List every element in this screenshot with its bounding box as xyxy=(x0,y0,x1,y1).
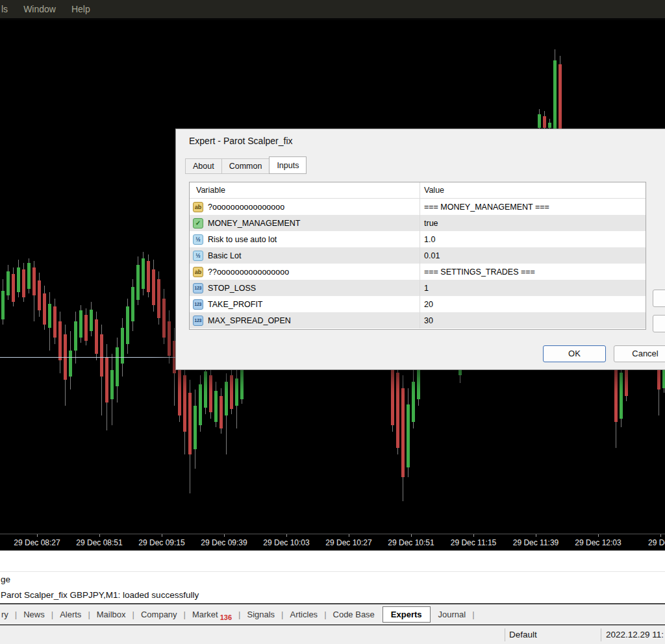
candle xyxy=(543,116,546,128)
table-row[interactable]: ½Risk to use auto lot1.0 xyxy=(190,231,646,247)
table-row[interactable]: 123TAKE_PROFIT20 xyxy=(190,296,646,312)
table-row[interactable]: ✓MONEY_MANAGEMENTtrue xyxy=(190,215,646,231)
tab-separator: | xyxy=(15,610,17,619)
toolbox-tab-signals[interactable]: Signals xyxy=(241,607,281,622)
save-button-partial[interactable] xyxy=(653,315,665,332)
time-axis-label: 29 Dec 09:39 xyxy=(201,538,247,547)
candle xyxy=(84,315,88,341)
candle xyxy=(230,375,233,409)
value-cell[interactable]: 1.0 xyxy=(420,235,646,244)
candle xyxy=(225,382,228,415)
load-button-partial[interactable] xyxy=(653,290,665,307)
toolbox-tab-label: Market xyxy=(192,610,218,619)
value-cell[interactable]: true xyxy=(420,219,646,228)
menu-item[interactable]: Window xyxy=(23,4,56,14)
value-cell[interactable]: === MONEY_MANAGEMENT === xyxy=(420,203,646,212)
candle xyxy=(183,375,186,432)
candle xyxy=(121,328,124,364)
candle xyxy=(100,334,103,377)
candle xyxy=(58,321,62,360)
menu-item[interactable]: Help xyxy=(71,4,90,14)
table-row[interactable]: ½Basic Lot0.01 xyxy=(190,247,646,264)
toolbox-tab-ry[interactable]: ry xyxy=(0,607,14,622)
table-header-row: Variable Value xyxy=(190,182,646,199)
toolbox-tab-bar: ry|News|Alerts|Mailbox|Company|Market136… xyxy=(0,604,665,625)
time-axis-tick xyxy=(598,534,599,537)
toolbox-tab-news[interactable]: News xyxy=(18,607,51,622)
time-axis-label: 29 Dec xyxy=(648,538,665,547)
ok-button[interactable]: OK xyxy=(543,345,606,362)
tab-separator: | xyxy=(238,610,240,619)
candle xyxy=(157,279,160,318)
profile-selector[interactable]: Default xyxy=(509,630,537,639)
toolbox-tab-articles[interactable]: Articles xyxy=(284,607,324,622)
toolbox-tab-mailbox[interactable]: Mailbox xyxy=(91,607,132,622)
column-header-variable[interactable]: Variable xyxy=(190,182,420,198)
candle xyxy=(43,293,46,325)
candle xyxy=(162,299,166,338)
toolbox-tab-company[interactable]: Company xyxy=(135,607,183,622)
toolbox-tab-label: Articles xyxy=(290,610,318,619)
time-axis-tick xyxy=(660,534,661,537)
table-row[interactable]: 123MAX_SPREAD_OPEN30 xyxy=(190,312,646,328)
table-row[interactable]: 123STOP_LOSS1 xyxy=(190,280,646,296)
candle xyxy=(110,370,114,399)
time-axis-label: 29 Dec 10:51 xyxy=(388,538,434,547)
candle xyxy=(142,258,145,289)
column-header-value[interactable]: Value xyxy=(420,186,646,195)
candle xyxy=(53,306,56,338)
candle xyxy=(401,388,405,477)
candle xyxy=(391,366,394,425)
candle xyxy=(95,319,98,354)
toolbox-tab-label: Signals xyxy=(247,610,275,619)
candle xyxy=(553,60,557,129)
toolbox-tab-alerts[interactable]: Alerts xyxy=(54,607,87,622)
candle xyxy=(209,375,212,412)
toolbox-tab-code-base[interactable]: Code Base xyxy=(327,607,381,622)
time-axis-tick xyxy=(224,534,225,537)
ab-type-icon: ab xyxy=(193,267,203,277)
tab-separator: | xyxy=(324,610,326,619)
time-axis-tick xyxy=(37,534,38,537)
candle xyxy=(79,310,82,338)
tab-separator: | xyxy=(88,610,90,619)
tab-common[interactable]: Common xyxy=(221,158,270,174)
candle xyxy=(199,384,202,425)
tab-separator: | xyxy=(281,610,283,619)
toolbox-tab-market[interactable]: Market136 xyxy=(186,607,238,622)
cancel-button[interactable]: Cancel xyxy=(614,345,665,362)
candle xyxy=(17,267,20,292)
log-line-loaded: Parot Scalper_fix GBPJPY,M1: loaded succ… xyxy=(1,590,199,600)
tab-about[interactable]: About xyxy=(185,158,222,174)
time-axis-label: 29 Dec 09:15 xyxy=(138,538,184,547)
value-cell[interactable]: === SETTINGS_TRADES === xyxy=(420,267,646,277)
value-cell[interactable]: 1 xyxy=(420,284,646,293)
table-row[interactable]: ab?oooooooooooooooo=== MONEY_MANAGEMENT … xyxy=(190,199,646,215)
candle xyxy=(620,373,623,419)
tab-separator: | xyxy=(472,610,474,619)
variable-name: Basic Lot xyxy=(208,251,241,260)
num-type-icon: ½ xyxy=(193,251,203,261)
candle xyxy=(126,306,129,344)
value-cell[interactable]: 30 xyxy=(420,316,646,325)
bool-type-icon: ✓ xyxy=(193,218,203,229)
time-axis[interactable]: 29 Dec 08:2729 Dec 08:5129 Dec 09:1529 D… xyxy=(0,534,665,551)
candle xyxy=(240,369,244,399)
time-axis-label: 29 Dec 10:27 xyxy=(325,538,371,547)
value-cell[interactable]: 20 xyxy=(420,300,646,309)
candle xyxy=(12,274,15,302)
toolbox-tab-label: Journal xyxy=(438,610,466,619)
candle xyxy=(614,369,618,422)
statusbar-separator xyxy=(505,628,505,641)
toolbox-tab-experts[interactable]: Experts xyxy=(383,606,431,623)
log-separator xyxy=(0,571,665,572)
toolbox-tab-journal[interactable]: Journal xyxy=(433,607,472,622)
tab-inputs[interactable]: Inputs xyxy=(269,156,307,174)
candle xyxy=(90,310,93,331)
value-cell[interactable]: 0.01 xyxy=(420,251,646,260)
menu-item[interactable]: ls xyxy=(1,4,8,14)
table-row[interactable]: ab??oooooooooooooooo=== SETTINGS_TRADES … xyxy=(190,264,646,280)
variable-name: MAX_SPREAD_OPEN xyxy=(208,316,291,325)
variable-cell: 123STOP_LOSS xyxy=(190,280,420,296)
time-axis-tick xyxy=(473,534,474,537)
